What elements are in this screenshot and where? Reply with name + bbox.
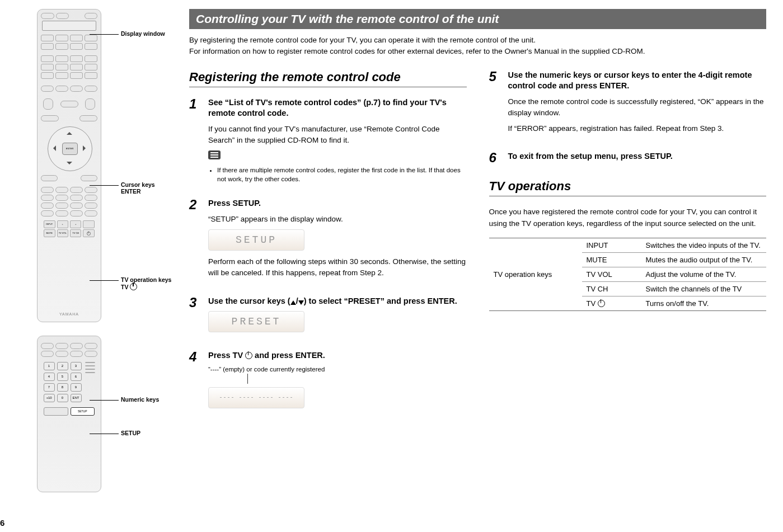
lcd-setup: SETUP (208, 229, 304, 251)
page-banner: Controlling your TV with the remote cont… (189, 9, 766, 29)
remote-display-window (42, 21, 96, 31)
remote-diagram-column: ENTER INPUT++ MUTETV VOLTV CH YAMAHA (17, 9, 174, 492)
step-4: 4 Press TV and press ENTER. “----” (empt… (189, 350, 467, 414)
step-3: 3 Use the cursor keys (/) to select “PRE… (189, 296, 467, 338)
page-number: 6 (0, 518, 4, 528)
label-numeric-keys: Numeric keys (121, 396, 159, 403)
tv-operations-intro: Once you have registered the remote cont… (489, 206, 767, 230)
power-icon (245, 352, 252, 359)
tv-operations-table: TV operation keys INPUT Switches the vid… (489, 238, 767, 311)
step-1: 1 See “List of TV's remote control codes… (189, 97, 467, 186)
note-icon (208, 150, 221, 159)
cursor-down-icon (298, 300, 304, 305)
remote-control-top: ENTER INPUT++ MUTETV VOLTV CH YAMAHA (37, 9, 101, 322)
brand-logo: YAMAHA (59, 312, 79, 316)
lcd-empty (208, 387, 304, 408)
step-6: 6 To exit from the setup menu, press SET… (489, 151, 767, 167)
label-tv-operation-keys: TV operation keys TV (121, 276, 171, 290)
intro-text: By registering the remote control code f… (189, 35, 766, 58)
power-icon (598, 300, 605, 307)
label-display-window: Display window (121, 30, 165, 37)
remote-tv-operation-keys: INPUT++ MUTETV VOLTV CH (41, 220, 97, 237)
remote-setup-row: SETUP (44, 407, 95, 416)
cursor-up-icon (290, 300, 296, 305)
heading-tv-operations: TV operations (489, 179, 767, 196)
lcd-preset: PRESET (208, 311, 304, 332)
label-cursor-keys: Cursor keys ENTER (121, 181, 155, 195)
heading-registering: Registering the remote control code (189, 70, 467, 87)
step-5: 5 Use the numeric keys or cursor keys to… (489, 70, 767, 139)
remote-dpad: ENTER (48, 126, 91, 170)
remote-control-bottom: 123 456 789 +100ENT (37, 336, 101, 492)
remote-enter-button: ENTER (62, 143, 78, 155)
label-setup: SETUP (121, 430, 140, 436)
remote-numeric-keys: 123 456 789 +100ENT (44, 362, 82, 402)
step-2: 2 Press SETUP. “SETUP” appears in the di… (189, 198, 467, 283)
remote-setup-button: SETUP (71, 407, 95, 416)
